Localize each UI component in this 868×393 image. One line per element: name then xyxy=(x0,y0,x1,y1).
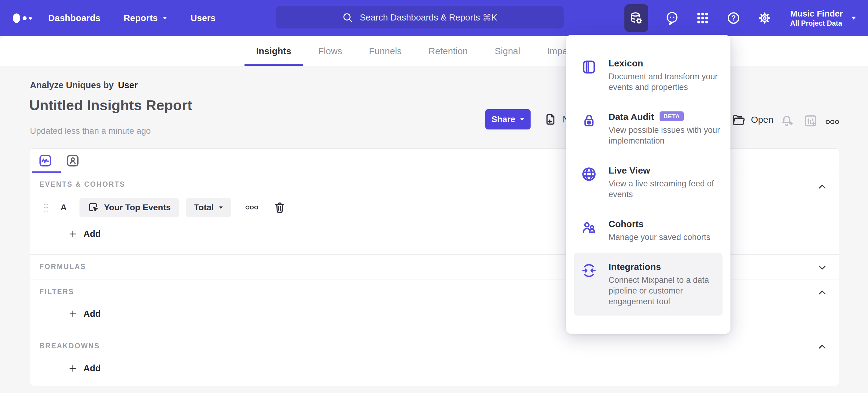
tab-funnels[interactable]: Funnels xyxy=(369,36,402,66)
add-label: Add xyxy=(84,309,100,319)
tab-label: Funnels xyxy=(369,46,402,56)
mixpanel-insights-page: Dashboards Reports Users Search Dashboar… xyxy=(0,0,868,393)
analyze-value-dropdown[interactable]: User xyxy=(118,80,138,90)
tab-signal[interactable]: Signal xyxy=(495,36,520,66)
create-alert-button[interactable] xyxy=(780,114,794,128)
menu-item-data-audit[interactable]: Data Audit BETA View possible issues wit… xyxy=(574,103,722,155)
database-gear-icon xyxy=(629,11,643,25)
ellipsis-icon xyxy=(825,119,840,124)
filters-header: FILTERS xyxy=(39,288,74,296)
menu-item-description: Connect Mixpanel to a data pipeline or c… xyxy=(609,275,723,307)
plus-icon xyxy=(68,229,78,239)
metric-selector[interactable]: Total xyxy=(186,198,231,217)
open-report-button[interactable]: Open xyxy=(732,113,773,127)
ellipsis-icon xyxy=(245,205,258,210)
events-cohorts-header: EVENTS & COHORTS xyxy=(39,180,125,189)
tab-insights[interactable]: Insights xyxy=(256,36,291,66)
add-event-button[interactable]: Add xyxy=(68,229,100,239)
row-delete-button[interactable] xyxy=(273,201,286,214)
logo-dot xyxy=(23,16,27,20)
chat-bubble-icon xyxy=(665,11,679,25)
menu-item-integrations[interactable]: Integrations Connect Mixpanel to a data … xyxy=(574,253,722,315)
mixpanel-logo-icon[interactable] xyxy=(13,0,32,36)
data-management-button[interactable] xyxy=(624,4,648,32)
folder-open-icon xyxy=(732,113,745,127)
search-input[interactable]: Search Dashboards & Reports ⌘K xyxy=(276,6,564,28)
settings-button[interactable] xyxy=(758,11,772,25)
event-row-a: A Your Top Events Total xyxy=(44,198,286,217)
chevron-up-icon xyxy=(816,180,828,193)
menu-item-lexicon[interactable]: Lexicon Document and transform your even… xyxy=(574,50,722,101)
globe-icon xyxy=(581,166,597,183)
cursor-click-icon xyxy=(87,202,99,213)
help-icon: ? xyxy=(726,11,741,25)
tab-events-view[interactable] xyxy=(38,153,52,168)
menu-item-title: Live View xyxy=(609,165,650,176)
report-tabs: Insights Flows Funnels Retention Signal … xyxy=(256,36,575,66)
top-nav: Dashboards Reports Users Search Dashboar… xyxy=(0,0,868,36)
nav-links: Dashboards Reports Users xyxy=(48,0,215,36)
nav-item-dashboards[interactable]: Dashboards xyxy=(48,13,100,23)
menu-item-title: Cohorts xyxy=(609,219,644,229)
chart-plus-icon xyxy=(804,114,817,128)
chevron-down-icon xyxy=(163,17,167,20)
nav-item-label: Dashboards xyxy=(48,13,100,23)
share-label: Share xyxy=(492,114,515,124)
nav-item-label: Reports xyxy=(124,13,158,23)
analyze-uniques-row: Analyze Uniques byUser xyxy=(30,80,137,90)
menu-item-title: Lexicon xyxy=(609,58,643,68)
tab-label: Insights xyxy=(256,46,291,56)
menu-item-cohorts[interactable]: Cohorts Manage your saved cohorts xyxy=(574,210,722,251)
updated-timestamp: Updated less than a minute ago xyxy=(30,126,151,136)
project-selector[interactable]: Music Finder All Project Data xyxy=(790,8,843,28)
help-button[interactable]: ? xyxy=(726,11,741,25)
nav-item-reports[interactable]: Reports xyxy=(124,13,167,23)
collapse-events-button[interactable] xyxy=(816,180,828,193)
tab-retention[interactable]: Retention xyxy=(429,36,468,66)
integrations-sync-icon xyxy=(581,262,597,279)
chevron-up-icon xyxy=(816,341,828,353)
drag-handle[interactable] xyxy=(44,203,48,213)
collapse-breakdowns-button[interactable] xyxy=(816,341,828,353)
metric-name: Total xyxy=(194,203,214,213)
user-card-icon xyxy=(66,153,80,168)
feedback-button[interactable] xyxy=(665,11,679,25)
share-button[interactable]: Share xyxy=(485,109,531,130)
tab-flows[interactable]: Flows xyxy=(318,36,342,66)
add-label: Add xyxy=(84,229,100,239)
cohorts-users-icon xyxy=(581,220,597,236)
search-icon xyxy=(342,12,353,23)
event-selector[interactable]: Your Top Events xyxy=(80,198,179,217)
project-name: Music Finder xyxy=(790,8,843,19)
nav-right-cluster: ? Music Finder All Project Data xyxy=(624,0,857,36)
line-chart-icon xyxy=(38,153,52,168)
row-letter: A xyxy=(61,203,67,213)
open-label: Open xyxy=(751,114,773,125)
more-actions-button[interactable] xyxy=(825,119,840,124)
add-breakdown-button[interactable]: Add xyxy=(68,363,100,373)
beta-badge: BETA xyxy=(659,111,684,121)
tab-label: Flows xyxy=(318,46,342,56)
search-placeholder: Search Dashboards & Reports ⌘K xyxy=(360,12,497,23)
event-name: Your Top Events xyxy=(104,203,170,213)
menu-item-title: Integrations xyxy=(609,262,661,272)
menu-item-description: Manage your saved cohorts xyxy=(609,232,723,243)
chevron-down-icon[interactable] xyxy=(851,16,857,20)
row-more-button[interactable] xyxy=(245,205,258,210)
plus-icon xyxy=(68,309,78,319)
logo-dot xyxy=(13,13,20,23)
nav-item-users[interactable]: Users xyxy=(190,13,215,23)
report-title[interactable]: Untitled Insights Report xyxy=(29,97,192,114)
expand-formulas-button[interactable] xyxy=(816,261,828,274)
menu-item-description: Document and transform your events and p… xyxy=(609,71,723,93)
apps-grid-button[interactable] xyxy=(696,11,709,25)
bell-plus-icon xyxy=(780,114,794,128)
menu-item-live-view[interactable]: Live View View a live streaming feed of … xyxy=(574,157,722,208)
gear-icon xyxy=(758,11,772,25)
menu-item-description: View possible issues with your implement… xyxy=(609,125,723,146)
tab-users-view[interactable] xyxy=(66,153,80,168)
add-to-board-button[interactable] xyxy=(804,114,817,128)
collapse-filters-button[interactable] xyxy=(816,286,828,299)
data-audit-lock-icon xyxy=(581,112,597,129)
add-filter-button[interactable]: Add xyxy=(68,309,100,319)
